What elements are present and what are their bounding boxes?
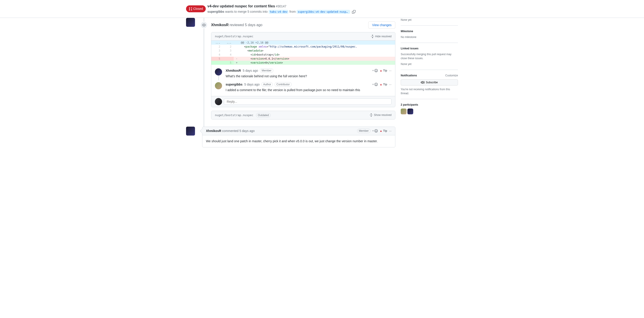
commenter-avatar[interactable]	[186, 127, 195, 136]
tip-button[interactable]: ▲Tip	[380, 82, 387, 86]
fold-icon	[371, 35, 374, 38]
milestone-value: No milestone	[401, 35, 458, 39]
linked-issues-value: None yet	[401, 62, 458, 66]
svg-point-8	[376, 130, 377, 131]
svg-point-0	[374, 69, 378, 72]
react-button[interactable]: +	[372, 129, 378, 133]
author-badge: Author	[262, 82, 273, 87]
tip-button[interactable]: ▲Tip	[380, 69, 387, 73]
svg-point-5	[376, 84, 377, 84]
linked-issues-desc: Successfully merging this pull request m…	[401, 52, 458, 60]
diff-line-context: 4 4 <id>bootstrap</id>	[211, 53, 395, 57]
react-button[interactable]: +	[372, 69, 378, 73]
participant-avatar[interactable]	[401, 109, 406, 114]
review-time[interactable]: 5 days ago	[245, 23, 262, 27]
pr-sticky-header: Closed v4-dev updated nuspec for content…	[0, 0, 644, 18]
member-badge: Member	[260, 68, 273, 73]
tip-button[interactable]: ▲Tip	[380, 129, 387, 133]
file-path[interactable]: nuget/bootstrap.nuspec	[215, 113, 253, 117]
contributor-badge: Contributor	[274, 82, 291, 87]
smiley-icon	[374, 83, 378, 86]
linked-issues-title[interactable]: Linked issues	[401, 46, 458, 50]
copy-icon	[352, 10, 356, 14]
outdated-label: Outdated	[256, 113, 270, 118]
comment-timeline-item: XhmikosR commented 5 days ago Member + ▲…	[186, 123, 395, 147]
eye-icon	[202, 23, 206, 27]
review-comment: XhmikosR 5 days ago Member + ▲Tip ···	[215, 67, 392, 80]
diff-line-context: 3 3 <metadata>	[211, 49, 395, 53]
diff-line-addition: 5 + <version>4</version>	[211, 61, 395, 65]
comment-author[interactable]: XhmikosR	[206, 129, 221, 133]
svg-point-1	[376, 70, 376, 70]
notifications-title: Notifications	[401, 73, 417, 77]
participants-title: 2 participants	[401, 103, 458, 107]
kebab-menu[interactable]: ···	[389, 129, 392, 133]
svg-point-6	[374, 130, 378, 133]
unfold-icon	[370, 113, 373, 117]
smiley-icon	[374, 129, 378, 133]
pr-number: #30147	[276, 4, 286, 8]
expand-icon-left[interactable]: ...	[211, 41, 222, 45]
hide-resolved-button[interactable]: Hide resolved	[371, 34, 392, 38]
diff-line-deletion: 5 - <version>4.4.1</version>	[211, 57, 395, 61]
comment-author[interactable]: XhmikosR	[226, 68, 241, 73]
comment-time[interactable]: 5 days ago	[242, 68, 258, 73]
reply-form	[211, 96, 395, 107]
review-badge	[200, 21, 208, 29]
kebab-menu[interactable]: ···	[389, 68, 392, 73]
comment-text: I added a comment to the file; the versi…	[226, 88, 392, 92]
expand-icon-right[interactable]: ...	[222, 41, 234, 45]
base-branch[interactable]: twbs:v4-dev	[268, 10, 288, 14]
reviewer-avatar[interactable]	[186, 18, 195, 27]
react-button[interactable]: +	[372, 82, 378, 86]
svg-point-2	[376, 70, 377, 70]
show-resolved-button[interactable]: Show resolved	[370, 113, 392, 117]
review-timeline-item: XhmikosR reviewed 5 days ago View change…	[186, 18, 395, 123]
member-badge: Member	[357, 129, 370, 133]
participant-avatar[interactable]	[408, 109, 413, 114]
sidebar: None yet Milestone No milestone Linked i…	[401, 18, 458, 147]
view-changes-button[interactable]: View changes	[368, 21, 395, 29]
notifications-desc: You're not receiving notifications from …	[401, 87, 458, 95]
copy-branch-button[interactable]	[351, 9, 356, 14]
smiley-icon	[374, 69, 378, 72]
kebab-menu[interactable]: ···	[389, 82, 392, 87]
review-author[interactable]: XhmikosR	[211, 23, 228, 27]
review-file-block-collapsed: nuget/bootstrap.nuspec Outdated Show res…	[211, 111, 395, 120]
review-file-block: nuget/bootstrap.nuspec Hide resolved ...…	[211, 32, 395, 107]
svg-point-7	[376, 130, 376, 131]
review-comment: supergibbs 5 days ago Author Contributor…	[215, 80, 392, 94]
compare-branch[interactable]: supergibbs:v4-dev-updated-nuspec-cont…	[296, 10, 350, 14]
comment-time[interactable]: 5 days ago	[244, 82, 260, 87]
comment-avatar[interactable]	[215, 82, 222, 89]
unmute-icon	[421, 81, 424, 84]
diff-table: ... ... @@ -2,16 +2,16 @@ 2 2 <package x…	[211, 41, 395, 65]
pr-title[interactable]: v4-dev updated nuspec for content files	[208, 4, 275, 8]
customize-link[interactable]: Customize	[445, 73, 458, 77]
pr-author[interactable]: supergibbs	[208, 9, 224, 14]
diff-line-context: 2 2 <package xmlns="http://schemas.micro…	[211, 45, 395, 49]
comment-time[interactable]: 5 days ago	[239, 129, 255, 133]
sidebar-none-yet: None yet	[401, 18, 458, 22]
svg-point-3	[374, 83, 378, 86]
reply-input[interactable]	[224, 99, 392, 105]
comment-avatar[interactable]	[215, 68, 222, 75]
hunk-header-row: ... ... @@ -2,16 +2,16 @@	[211, 41, 395, 45]
pr-merge-text: wants to merge 5 commits into	[225, 9, 268, 14]
subscribe-button[interactable]: Subscribe	[401, 79, 458, 86]
pr-state-closed: Closed	[186, 5, 206, 12]
comment-body: We should just land one patch in master,…	[202, 135, 395, 147]
comment-text: What's the rationale behind not using th…	[226, 74, 392, 79]
from-text: from	[289, 9, 296, 14]
milestone-title[interactable]: Milestone	[401, 29, 458, 33]
comment-author[interactable]: supergibbs	[226, 82, 242, 87]
current-user-avatar[interactable]	[215, 98, 222, 105]
svg-point-4	[376, 84, 376, 84]
file-path[interactable]: nuget/bootstrap.nuspec	[215, 34, 253, 39]
git-pull-request-closed-icon	[189, 7, 192, 11]
state-label-text: Closed	[193, 6, 203, 11]
